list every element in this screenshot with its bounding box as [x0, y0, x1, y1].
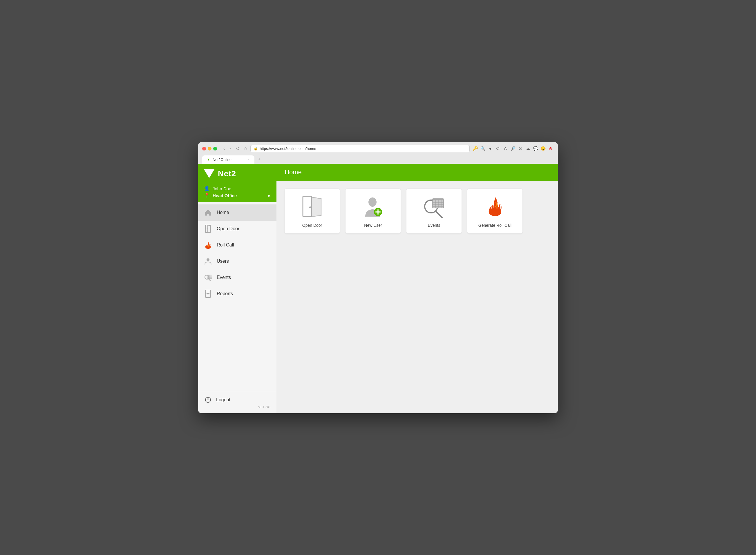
- sidebar-item-users-label: Users: [217, 259, 229, 264]
- address-bar[interactable]: 🔒 https://www.net2online.com/home: [250, 145, 470, 152]
- quicklink-generate-roll-call[interactable]: Generate Roll Call: [467, 189, 522, 233]
- logout-button[interactable]: Logout: [204, 396, 271, 404]
- sidebar-item-users[interactable]: Users: [198, 253, 276, 269]
- sidebar-item-open-door-label: Open Door: [217, 226, 239, 231]
- generate-roll-call-card-label: Generate Roll Call: [478, 223, 511, 228]
- new-user-card-label: New User: [364, 223, 382, 228]
- open-door-card-icon: [301, 196, 324, 219]
- door-icon: [204, 225, 212, 233]
- svg-rect-28: [303, 196, 312, 217]
- browser-controls: ‹ › ↺ ⌂ 🔒 https://www.net2online.com/hom…: [202, 145, 554, 152]
- search-icon[interactable]: 🔍: [480, 145, 486, 152]
- zoom-icon[interactable]: 🔎: [510, 145, 516, 152]
- svg-point-5: [207, 228, 208, 229]
- secure-icon: 🔒: [253, 146, 258, 151]
- sidebar-item-reports-label: Reports: [217, 291, 233, 296]
- close-window-button[interactable]: [202, 147, 206, 151]
- tab-favicon: ▼: [207, 158, 210, 162]
- sidebar-item-roll-call-label: Roll Call: [217, 243, 234, 248]
- quicklink-events[interactable]: Events: [406, 189, 462, 233]
- fire-icon: [204, 241, 212, 249]
- home-icon: [204, 209, 212, 217]
- cloud-icon[interactable]: ☁: [525, 145, 531, 152]
- chrome-icon[interactable]: ●: [487, 145, 493, 152]
- events-icon: [204, 273, 212, 282]
- quicklinks-grid: Open Door: [285, 189, 550, 233]
- browser-chrome: ‹ › ↺ ⌂ 🔒 https://www.net2online.com/hom…: [198, 142, 558, 164]
- forward-button[interactable]: ›: [228, 145, 232, 152]
- logo-triangle-icon: [204, 169, 214, 178]
- sidebar-item-roll-call[interactable]: Roll Call: [198, 237, 276, 253]
- user-name: John Doe: [213, 186, 231, 191]
- s-icon[interactable]: S: [517, 145, 524, 152]
- stop-icon[interactable]: ⊘: [547, 145, 554, 152]
- browser-nav: ‹ › ↺ ⌂ 🔒 https://www.net2online.com/hom…: [222, 145, 554, 152]
- sidebar-item-reports[interactable]: Reports: [198, 286, 276, 302]
- svg-rect-38: [433, 199, 444, 200]
- sidebar: Net2 👤 John Doe 📍 Head Office «: [198, 164, 276, 413]
- page-title: Home: [285, 168, 550, 176]
- logout-icon: [204, 396, 212, 404]
- user-row: 👤 John Doe: [204, 186, 271, 191]
- quicklink-open-door[interactable]: Open Door: [285, 189, 340, 233]
- location-name: Head Office: [213, 193, 237, 198]
- sidebar-nav: Home: [198, 202, 276, 391]
- version-text: v1.1.201: [204, 405, 271, 409]
- sidebar-item-events-label: Events: [217, 275, 231, 280]
- shield-icon[interactable]: 🛡: [494, 145, 501, 152]
- app-name: Net2: [218, 169, 236, 178]
- user-avatar-icon: 👤: [204, 186, 210, 191]
- sidebar-item-home-label: Home: [217, 210, 229, 215]
- new-tab-button[interactable]: +: [255, 155, 264, 164]
- browser-tabs: ▼ Net2Online × +: [202, 155, 554, 164]
- svg-line-36: [436, 211, 442, 217]
- app-container: Net2 👤 John Doe 📍 Head Office «: [198, 164, 558, 413]
- translate-icon[interactable]: A: [502, 145, 509, 152]
- sidebar-item-events[interactable]: Events: [198, 269, 276, 286]
- svg-point-30: [309, 207, 311, 208]
- url-text: https://www.net2online.com/home: [260, 146, 316, 151]
- sidebar-user-section: 👤 John Doe 📍 Head Office «: [198, 183, 276, 202]
- location-row: 📍 Head Office «: [204, 193, 271, 199]
- minimize-window-button[interactable]: [208, 147, 211, 151]
- maximize-window-button[interactable]: [213, 147, 217, 151]
- tab-close-button[interactable]: ×: [248, 158, 250, 161]
- sidebar-footer: Logout v1.1.201: [198, 391, 276, 413]
- sidebar-item-home[interactable]: Home: [198, 204, 276, 221]
- main-content: Home: [276, 164, 558, 413]
- content-area: Open Door: [276, 181, 558, 413]
- generate-roll-call-card-icon: [483, 196, 507, 219]
- back-button[interactable]: ‹: [222, 145, 226, 152]
- page-header: Home: [276, 164, 558, 181]
- events-card-icon: [423, 196, 446, 219]
- sidebar-header: Net2: [198, 164, 276, 183]
- toolbar-icons: 🔑 🔍 ● 🛡 A 🔎 S ☁ 💬 😊 ⊘: [472, 145, 554, 152]
- tab-title: Net2Online: [213, 158, 232, 162]
- active-tab[interactable]: ▼ Net2Online ×: [202, 156, 254, 164]
- refresh-button[interactable]: ↺: [235, 145, 241, 152]
- sidebar-item-open-door[interactable]: Open Door: [198, 221, 276, 237]
- location-pin-icon: 📍: [204, 193, 210, 198]
- open-door-card-label: Open Door: [302, 223, 322, 228]
- traffic-lights: [202, 147, 217, 151]
- users-icon: [204, 257, 212, 265]
- logout-label: Logout: [216, 397, 230, 402]
- emoji-icon[interactable]: 😊: [540, 145, 546, 152]
- reports-icon: [204, 290, 212, 298]
- svg-point-31: [368, 198, 376, 207]
- browser-window: ‹ › ↺ ⌂ 🔒 https://www.net2online.com/hom…: [198, 142, 558, 413]
- svg-point-9: [206, 258, 209, 261]
- events-card-label: Events: [428, 223, 440, 228]
- home-button[interactable]: ⌂: [243, 145, 248, 152]
- quicklink-new-user[interactable]: New User: [346, 189, 401, 233]
- chat-icon[interactable]: 💬: [532, 145, 539, 152]
- new-user-card-icon: [361, 196, 385, 219]
- key-icon[interactable]: 🔑: [472, 145, 478, 152]
- collapse-sidebar-button[interactable]: «: [268, 193, 271, 199]
